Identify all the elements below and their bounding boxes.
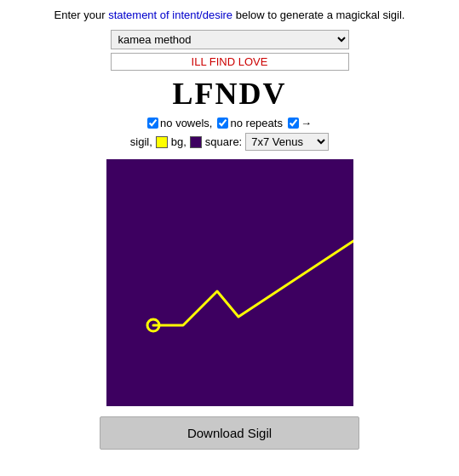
method-select[interactable]: kamea method letter method wheel method: [111, 30, 349, 49]
color-options-row: sigil, bg, square: 3x3 Saturn 4x4 Jupite…: [130, 133, 329, 151]
square-select[interactable]: 3x3 Saturn 4x4 Jupiter 5x5 Mars 6x6 Sun …: [245, 133, 329, 151]
download-sigil-button[interactable]: Download Sigil: [100, 416, 359, 450]
intent-input[interactable]: [111, 53, 349, 71]
method-select-row: kamea method letter method wheel method: [111, 30, 349, 49]
options-row: no vowels, no repeats →: [147, 117, 312, 129]
arrow-checkbox[interactable]: [288, 118, 299, 129]
sigil-color-label: sigil,: [130, 135, 152, 148]
sigil-letters: LFNDV: [173, 76, 287, 112]
sigil-canvas: [106, 159, 353, 406]
no-repeats-label[interactable]: no repeats: [217, 117, 282, 129]
intent-input-row: [111, 53, 349, 71]
bg-color-swatch[interactable]: [190, 136, 202, 148]
no-repeats-text: no repeats: [230, 117, 282, 129]
arrow-text: →: [301, 117, 312, 129]
bg-color-label: bg,: [171, 135, 186, 148]
intro-text: Enter your statement of intent/desire be…: [55, 9, 405, 21]
statement-link[interactable]: statement of intent/desire: [108, 9, 232, 21]
no-repeats-checkbox[interactable]: [217, 118, 228, 129]
sigil-color-swatch[interactable]: [156, 136, 168, 148]
no-vowels-label[interactable]: no vowels,: [147, 117, 212, 129]
sigil-canvas-container: [106, 159, 353, 406]
no-vowels-text: no vowels,: [160, 117, 212, 129]
square-label: square:: [205, 135, 242, 148]
no-vowels-checkbox[interactable]: [147, 118, 158, 129]
arrow-option-label[interactable]: →: [288, 117, 312, 129]
